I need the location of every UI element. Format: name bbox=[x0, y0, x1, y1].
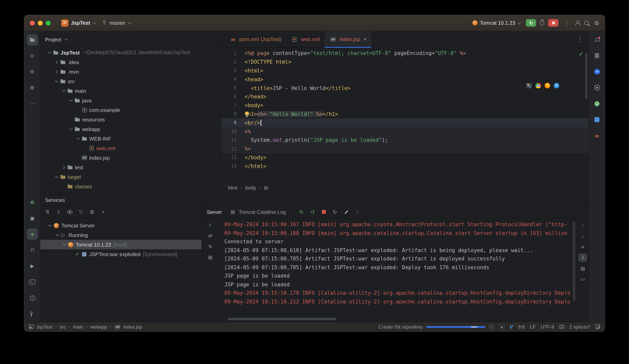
line-ending-widget[interactable]: LF bbox=[530, 324, 536, 330]
services-tree-item[interactable]: ✓JSPTest:war exploded[Synchronized] bbox=[40, 249, 202, 259]
tool-notifications-button[interactable] bbox=[591, 34, 603, 45]
tool-services-button[interactable]: ◈ bbox=[27, 229, 38, 240]
safari-icon[interactable] bbox=[554, 83, 559, 88]
project-tree-item[interactable]: .idea bbox=[40, 57, 221, 67]
tool-chatgpt-button[interactable]: ∗ bbox=[591, 82, 603, 93]
tool-maven-button[interactable]: m bbox=[591, 130, 603, 141]
breadcrumb-body[interactable]: body bbox=[245, 185, 256, 191]
project-tree-item[interactable]: classes bbox=[40, 182, 221, 191]
v-plugin-icon[interactable]: V bbox=[510, 324, 513, 330]
console-horizontal-scrollbar[interactable] bbox=[227, 318, 336, 320]
restart-icon[interactable]: ⇄ bbox=[207, 232, 214, 239]
project-tree-item[interactable]: com.example bbox=[40, 105, 221, 115]
close-window-button[interactable] bbox=[30, 20, 35, 25]
progress-label[interactable]: Create Git repository bbox=[379, 324, 423, 330]
services-tree-item[interactable]: ▷Running bbox=[40, 230, 202, 240]
tool-ai-assistant-button[interactable] bbox=[591, 66, 603, 77]
tool-profiler-button[interactable]: ⊓ bbox=[27, 244, 38, 256]
project-widget[interactable]: JT JspTest bbox=[59, 18, 97, 28]
code-area[interactable]: 1<%@ page contentType="text/html; charse… bbox=[221, 48, 589, 182]
tool-docker-button[interactable] bbox=[591, 114, 603, 125]
close-tab-icon[interactable]: × bbox=[363, 36, 366, 42]
project-tree-item[interactable]: src bbox=[40, 76, 221, 86]
tool-structure-button[interactable]: ⊞ bbox=[26, 82, 38, 93]
code-line[interactable]: 12%> bbox=[221, 144, 589, 153]
console-output[interactable]: 09-May-2024 19:15:00.167 INFO [main] org… bbox=[219, 218, 577, 322]
project-tree-item[interactable]: JspTest~/Desktop/CS/JavaEE/1 JavaWeb/Cod… bbox=[40, 48, 221, 57]
tool-build-button[interactable]: ▣ bbox=[27, 213, 38, 224]
console-tab-server[interactable]: Server bbox=[207, 209, 222, 215]
project-tree-item[interactable]: main bbox=[40, 86, 221, 96]
code-line[interactable]: 14</html> bbox=[221, 162, 589, 171]
view-options-button[interactable] bbox=[65, 207, 74, 217]
branch-widget[interactable]: master bbox=[101, 19, 132, 27]
status-path-item[interactable]: JspTest bbox=[36, 324, 52, 330]
code-line[interactable]: 1<%@ page contentType="text/html; charse… bbox=[221, 49, 589, 58]
builtin-browser-icon[interactable] bbox=[526, 83, 532, 88]
breadcrumb-br[interactable]: br bbox=[264, 185, 269, 191]
clear-all-button[interactable]: ▭ bbox=[579, 275, 587, 283]
services-tree-item[interactable]: Tomcat Server bbox=[40, 221, 202, 230]
history-icon[interactable]: ▤ bbox=[207, 254, 214, 261]
search-everywhere-button[interactable] bbox=[585, 21, 589, 25]
tool-spring-button[interactable] bbox=[591, 98, 603, 109]
minimize-window-button[interactable] bbox=[38, 20, 43, 25]
more-actions-button[interactable]: ⋮ bbox=[563, 19, 571, 26]
code-line[interactable]: 9<br/> bbox=[221, 119, 589, 127]
console-tab-tomcat-catalina-log[interactable]: ▤Tomcat Catalina Log bbox=[229, 208, 286, 216]
editor-tab-index-jsp[interactable]: JSPindex.jsp× bbox=[325, 31, 371, 47]
status-file-item[interactable]: JSPindex.jsp bbox=[114, 323, 142, 330]
tool-window-widget-icon[interactable] bbox=[29, 325, 33, 329]
cancel-progress-button[interactable]: × bbox=[489, 324, 494, 329]
tool-run-button[interactable]: ▶ bbox=[27, 260, 38, 272]
zoom-window-button[interactable] bbox=[46, 20, 51, 25]
console-vertical-scrollbar[interactable] bbox=[573, 222, 575, 301]
project-tree-item[interactable]: resources bbox=[40, 115, 221, 124]
code-line[interactable]: 8<h1><%= "Hello World!" %></h1> bbox=[221, 110, 589, 119]
code-line[interactable]: 10<% bbox=[221, 127, 589, 136]
collapse-all-button[interactable]: ⇳ bbox=[54, 207, 63, 217]
restart-server-button[interactable]: ↻ bbox=[298, 208, 305, 216]
tool-project-button[interactable] bbox=[26, 34, 38, 45]
editor-scrollbar[interactable] bbox=[585, 53, 588, 99]
more-options-button[interactable]: ⋮ bbox=[354, 208, 361, 216]
tool-version-control-button[interactable] bbox=[27, 308, 38, 319]
project-tree-item[interactable]: web.xml bbox=[40, 143, 221, 153]
status-path-item[interactable]: src bbox=[60, 324, 66, 330]
editor-tabs-options-button[interactable]: ⋮ bbox=[572, 36, 589, 43]
tool-problems-button[interactable]: ! bbox=[27, 292, 38, 303]
status-path-item[interactable]: main bbox=[73, 324, 83, 330]
print-button[interactable]: ▤ bbox=[579, 264, 587, 272]
project-panel-header[interactable]: Project bbox=[40, 31, 221, 48]
project-tree-item[interactable]: .mvn bbox=[40, 67, 221, 76]
filter-button[interactable]: ▽ bbox=[76, 207, 86, 217]
indent-widget[interactable]: 2 spaces* bbox=[569, 324, 590, 330]
tool-pull-requests-button[interactable]: ⊚ bbox=[26, 66, 38, 77]
group-by-button[interactable]: ⊞ bbox=[87, 207, 97, 217]
expand-all-button[interactable]: ⇅ bbox=[43, 207, 52, 217]
services-header[interactable]: Services bbox=[40, 194, 589, 206]
status-check-icon[interactable]: ✓ bbox=[207, 222, 214, 229]
project-tree-item[interactable]: WEB-INF bbox=[40, 134, 221, 143]
project-tree-item[interactable]: java bbox=[40, 96, 221, 105]
stop-button[interactable] bbox=[548, 19, 559, 27]
refresh-icon[interactable]: ↻ bbox=[207, 243, 214, 250]
code-line[interactable]: 13</body> bbox=[221, 153, 589, 162]
run-configuration-widget[interactable]: Tomcat 10.1.23 bbox=[470, 19, 522, 27]
caret-position-widget[interactable]: 9:6 bbox=[518, 324, 525, 330]
project-tree-item[interactable]: JSPindex.jsp bbox=[40, 153, 221, 162]
scroll-up-button[interactable]: ↑ bbox=[579, 222, 587, 229]
encoding-widget[interactable]: UTF-8 bbox=[541, 324, 554, 330]
code-line[interactable]: 7<body> bbox=[221, 101, 589, 110]
stop-button[interactable] bbox=[320, 208, 327, 216]
intention-bulb-icon[interactable] bbox=[244, 111, 249, 117]
add-service-button[interactable]: + bbox=[98, 207, 108, 217]
tool-commit-button[interactable]: ⊙ bbox=[26, 50, 38, 61]
soft-wrap-button[interactable]: ≡ bbox=[579, 243, 587, 251]
tool-terminal-button[interactable]: >_ bbox=[27, 276, 38, 288]
project-tree-item[interactable]: webapp bbox=[40, 124, 221, 134]
code-line[interactable]: 4<head> bbox=[221, 75, 589, 84]
code-line[interactable]: 2<!DOCTYPE html> bbox=[221, 58, 589, 67]
project-tree-item[interactable]: test bbox=[40, 162, 221, 172]
scroll-to-end-button[interactable]: ⇓ bbox=[579, 254, 587, 262]
